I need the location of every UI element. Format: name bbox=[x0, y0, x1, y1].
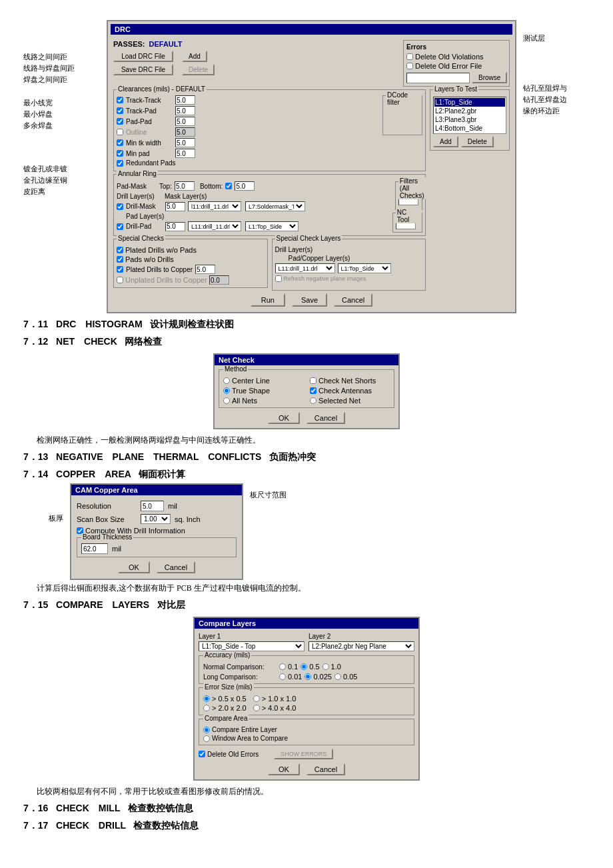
outline-val[interactable] bbox=[175, 127, 195, 137]
special-checks-group: Special Checks Plated Drills w/o Pads Pa… bbox=[113, 239, 268, 288]
r01-label: 0.1 bbox=[288, 663, 298, 671]
save-button[interactable]: Save bbox=[292, 293, 327, 307]
unplated-val[interactable] bbox=[209, 275, 229, 285]
cancel-button[interactable]: Cancel bbox=[334, 293, 372, 307]
min-tk-val[interactable] bbox=[175, 138, 195, 147]
delete-violations-check[interactable] bbox=[406, 53, 413, 60]
section-715-title: COMPARE LAYERS bbox=[56, 599, 149, 610]
es3-radio[interactable] bbox=[203, 705, 210, 711]
section-712: 7．12 NET CHECK 网络检查 bbox=[23, 336, 590, 348]
unplated-label: Unplated Drills to Copper bbox=[125, 276, 207, 284]
layer2-select[interactable]: L2:Plane2.gbr Neg Plane bbox=[308, 641, 414, 651]
load-drc-button[interactable]: Load DRC File bbox=[113, 51, 173, 62]
selected-net-radio[interactable] bbox=[310, 397, 316, 404]
mask-layer-select[interactable]: L7:Soldermask_Top bbox=[245, 201, 305, 211]
r001-radio[interactable] bbox=[279, 673, 286, 680]
window-area-radio[interactable] bbox=[203, 735, 210, 742]
bottom-val[interactable] bbox=[235, 181, 255, 191]
sc-drill-select[interactable]: L11:drill_11.drl bbox=[275, 263, 335, 273]
error-path-input[interactable]: d:\cam350_v7\demoscr\errors bbox=[406, 73, 470, 83]
sc-pad-select[interactable]: L1:Top_Side bbox=[338, 263, 391, 273]
passes-label: PASSES: bbox=[113, 40, 145, 48]
browse-button[interactable]: Browse bbox=[472, 72, 507, 83]
plated-wo-pads-check[interactable] bbox=[117, 247, 123, 253]
pad-pad-check[interactable] bbox=[117, 118, 123, 125]
drill-pad-val[interactable] bbox=[165, 222, 185, 231]
min-tk-check[interactable] bbox=[117, 139, 123, 146]
copper-desc: 计算后得出铜面积报表,这个数据有助于 PCB 生产过程中电镀铜电流的控制。 bbox=[37, 583, 590, 594]
add-button[interactable]: Add bbox=[182, 51, 207, 62]
layers-add-btn[interactable]: Add bbox=[433, 136, 458, 147]
unplated-check[interactable] bbox=[117, 277, 123, 283]
min-pad-check[interactable] bbox=[117, 150, 123, 157]
refresh-negative-check[interactable] bbox=[275, 275, 282, 282]
pads-wo-drills-label: Pads w/o Drills bbox=[125, 255, 174, 263]
outline-check[interactable] bbox=[117, 129, 123, 135]
r0025-radio[interactable] bbox=[305, 673, 311, 680]
section-714-desc: 铜面积计算 bbox=[139, 469, 185, 479]
drill-mask-val[interactable] bbox=[165, 202, 185, 211]
true-shape-radio[interactable] bbox=[223, 387, 230, 394]
all-nets-radio[interactable] bbox=[223, 397, 230, 404]
drill-pad-check[interactable] bbox=[117, 223, 123, 230]
section-711-number: 7．11 bbox=[23, 319, 48, 329]
check-antennas-check[interactable] bbox=[310, 387, 316, 394]
nc-tool-title: NC Tool bbox=[396, 209, 422, 223]
save-drc-button[interactable]: Save DRC File bbox=[113, 64, 173, 75]
copper-dialog: CAM Copper Area Resolution mil Scan Box … bbox=[70, 483, 243, 580]
layer-l2: L2:Plane2.gbr bbox=[434, 107, 505, 115]
section-712-desc: 网络检查 bbox=[125, 337, 162, 347]
r05-radio[interactable] bbox=[301, 663, 307, 670]
center-line-radio[interactable] bbox=[223, 377, 230, 384]
track-pad-check[interactable] bbox=[117, 107, 123, 114]
scan-box-select[interactable]: 1.00 bbox=[141, 514, 171, 524]
redundant-check[interactable] bbox=[117, 160, 123, 167]
r10-radio[interactable] bbox=[322, 663, 329, 670]
drill-pad-layer-select[interactable]: L11:drill_11.drl bbox=[188, 221, 241, 231]
es1-radio[interactable] bbox=[203, 695, 210, 702]
copper-cancel-btn[interactable]: Cancel bbox=[157, 561, 195, 573]
plated-val[interactable] bbox=[195, 265, 215, 274]
section-715-desc: 对比层 bbox=[157, 600, 185, 610]
track-pad-val[interactable] bbox=[175, 106, 195, 115]
pad-pad-val[interactable] bbox=[175, 117, 195, 126]
net-ok-button[interactable]: OK bbox=[268, 412, 300, 424]
plated-to-copper-check[interactable] bbox=[117, 266, 123, 273]
check-net-shorts-check[interactable] bbox=[310, 377, 316, 384]
track-track-check[interactable] bbox=[117, 97, 123, 103]
drill-mask-check[interactable] bbox=[117, 203, 123, 210]
show-errors-btn[interactable]: SHOW ERRORS bbox=[274, 749, 333, 759]
pads-wo-drills-check[interactable] bbox=[117, 256, 123, 263]
min-pad-val[interactable] bbox=[175, 149, 195, 158]
board-thickness-input[interactable] bbox=[81, 543, 108, 554]
section-716-number: 7．16 bbox=[23, 803, 48, 813]
net-cancel-button[interactable]: Cancel bbox=[306, 412, 345, 424]
delete-old-errors-check[interactable] bbox=[199, 751, 205, 757]
delete-button[interactable]: Delete bbox=[182, 64, 215, 75]
r01-radio[interactable] bbox=[279, 663, 286, 670]
section-716: 7．16 CHECK MILL 检查数控铣信息 bbox=[23, 803, 590, 815]
es4-radio[interactable] bbox=[253, 705, 260, 711]
drill-layer-select[interactable]: l11:drill_11.drl bbox=[188, 201, 241, 211]
compare-entire-radio[interactable] bbox=[203, 727, 210, 733]
layer1-select[interactable]: L1:Top_Side - Top bbox=[199, 641, 305, 651]
run-button[interactable]: Run bbox=[251, 293, 285, 307]
layers-delete-btn[interactable]: Delete bbox=[461, 136, 494, 147]
annot-drill-mask: 钻孔至阻焊与 bbox=[523, 83, 590, 93]
delete-error-check[interactable] bbox=[406, 63, 413, 69]
bottom-check[interactable] bbox=[225, 183, 232, 189]
pad-layer-select[interactable]: L1:Top_Side bbox=[245, 221, 299, 231]
compare-ok-btn[interactable]: OK bbox=[268, 763, 300, 775]
compare-cancel-btn[interactable]: Cancel bbox=[306, 763, 345, 775]
es2-radio[interactable] bbox=[253, 695, 260, 702]
sc-title: Special Checks bbox=[117, 235, 165, 242]
resolution-input[interactable] bbox=[141, 501, 164, 511]
track-track-val[interactable] bbox=[175, 95, 195, 105]
copper-ok-btn[interactable]: OK bbox=[118, 561, 150, 573]
layer2-label: Layer 2 bbox=[308, 633, 414, 640]
section-717-number: 7．17 bbox=[23, 820, 48, 831]
compare-desc: 比较两相似层有何不同，常用于比较或查看图形修改前后的情况。 bbox=[37, 786, 590, 797]
top-val[interactable] bbox=[175, 181, 195, 191]
r005-radio[interactable] bbox=[334, 673, 341, 680]
section-713-number: 7．13 bbox=[23, 451, 48, 462]
